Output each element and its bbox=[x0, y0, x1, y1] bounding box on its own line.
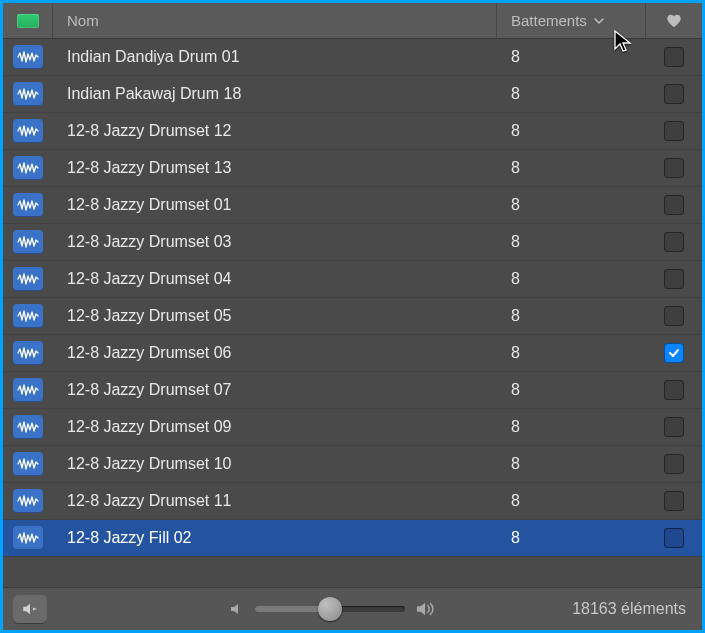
audio-loop-icon[interactable] bbox=[13, 304, 43, 328]
header-view-toggle[interactable] bbox=[3, 3, 53, 38]
table-row[interactable]: 12-8 Jazzy Drumset 078 bbox=[3, 372, 702, 409]
favorite-checkbox[interactable] bbox=[664, 195, 684, 215]
row-type-icon-cell bbox=[3, 230, 53, 254]
volume-low-icon bbox=[229, 601, 245, 617]
row-favorite-cell bbox=[646, 195, 702, 215]
favorite-checkbox[interactable] bbox=[664, 47, 684, 67]
favorite-checkbox[interactable] bbox=[664, 491, 684, 511]
column-header-beats[interactable]: Battements bbox=[497, 3, 646, 38]
row-type-icon-cell bbox=[3, 526, 53, 550]
favorite-checkbox[interactable] bbox=[664, 380, 684, 400]
audio-loop-icon[interactable] bbox=[13, 526, 43, 550]
row-favorite-cell bbox=[646, 84, 702, 104]
audio-loop-icon[interactable] bbox=[13, 415, 43, 439]
row-type-icon-cell bbox=[3, 304, 53, 328]
audio-loop-icon[interactable] bbox=[13, 119, 43, 143]
row-type-icon-cell bbox=[3, 267, 53, 291]
row-name: 12-8 Jazzy Drumset 05 bbox=[53, 307, 497, 325]
column-header-beats-label: Battements bbox=[511, 12, 587, 29]
favorite-checkbox[interactable] bbox=[664, 306, 684, 326]
audio-loop-icon[interactable] bbox=[13, 82, 43, 106]
row-beats: 8 bbox=[497, 233, 646, 251]
row-favorite-cell bbox=[646, 491, 702, 511]
column-header-favorite[interactable] bbox=[646, 3, 702, 38]
favorite-checkbox[interactable] bbox=[664, 84, 684, 104]
row-name: 12-8 Jazzy Drumset 13 bbox=[53, 159, 497, 177]
table-row[interactable]: 12-8 Jazzy Drumset 128 bbox=[3, 113, 702, 150]
audio-loop-icon[interactable] bbox=[13, 341, 43, 365]
table-row[interactable]: Indian Dandiya Drum 018 bbox=[3, 39, 702, 76]
audio-loop-icon[interactable] bbox=[13, 267, 43, 291]
chevron-down-icon bbox=[593, 15, 605, 27]
audio-loop-icon[interactable] bbox=[13, 378, 43, 402]
table-row[interactable]: Indian Pakawaj Drum 188 bbox=[3, 76, 702, 113]
row-type-icon-cell bbox=[3, 415, 53, 439]
row-name: 12-8 Jazzy Drumset 03 bbox=[53, 233, 497, 251]
volume-slider[interactable] bbox=[255, 606, 405, 612]
view-toggle-icon bbox=[17, 14, 39, 28]
table-row[interactable]: 12-8 Jazzy Drumset 058 bbox=[3, 298, 702, 335]
table-row[interactable]: 12-8 Jazzy Drumset 048 bbox=[3, 261, 702, 298]
row-favorite-cell bbox=[646, 232, 702, 252]
row-name: 12-8 Jazzy Fill 02 bbox=[53, 529, 497, 547]
audio-loop-icon[interactable] bbox=[13, 489, 43, 513]
favorite-checkbox[interactable] bbox=[664, 121, 684, 141]
row-type-icon-cell bbox=[3, 193, 53, 217]
row-type-icon-cell bbox=[3, 452, 53, 476]
loop-list: Indian Dandiya Drum 018Indian Pakawaj Dr… bbox=[3, 39, 702, 587]
audio-loop-icon[interactable] bbox=[13, 45, 43, 69]
row-favorite-cell bbox=[646, 158, 702, 178]
row-type-icon-cell bbox=[3, 156, 53, 180]
row-name: 12-8 Jazzy Drumset 10 bbox=[53, 455, 497, 473]
table-row[interactable]: 12-8 Jazzy Drumset 118 bbox=[3, 483, 702, 520]
column-header-name[interactable]: Nom bbox=[53, 3, 497, 38]
table-row[interactable]: 12-8 Jazzy Drumset 018 bbox=[3, 187, 702, 224]
row-beats: 8 bbox=[497, 455, 646, 473]
row-beats: 8 bbox=[497, 85, 646, 103]
row-beats: 8 bbox=[497, 122, 646, 140]
row-favorite-cell bbox=[646, 454, 702, 474]
audio-loop-icon[interactable] bbox=[13, 230, 43, 254]
row-name: 12-8 Jazzy Drumset 12 bbox=[53, 122, 497, 140]
row-type-icon-cell bbox=[3, 489, 53, 513]
row-beats: 8 bbox=[497, 529, 646, 547]
row-name: 12-8 Jazzy Drumset 09 bbox=[53, 418, 497, 436]
volume-high-icon bbox=[415, 600, 437, 618]
row-type-icon-cell bbox=[3, 119, 53, 143]
audio-loop-icon[interactable] bbox=[13, 193, 43, 217]
row-name: 12-8 Jazzy Drumset 04 bbox=[53, 270, 497, 288]
favorite-checkbox[interactable] bbox=[664, 528, 684, 548]
row-type-icon-cell bbox=[3, 45, 53, 69]
favorite-checkbox[interactable] bbox=[664, 454, 684, 474]
row-name: 12-8 Jazzy Drumset 01 bbox=[53, 196, 497, 214]
row-name: 12-8 Jazzy Drumset 11 bbox=[53, 492, 497, 510]
row-type-icon-cell bbox=[3, 82, 53, 106]
row-favorite-cell bbox=[646, 306, 702, 326]
table-row[interactable]: 12-8 Jazzy Fill 028 bbox=[3, 520, 702, 557]
table-row[interactable]: 12-8 Jazzy Drumset 098 bbox=[3, 409, 702, 446]
favorite-checkbox[interactable] bbox=[664, 158, 684, 178]
row-beats: 8 bbox=[497, 418, 646, 436]
table-row[interactable]: 12-8 Jazzy Drumset 068 bbox=[3, 335, 702, 372]
volume-slider-knob[interactable] bbox=[318, 597, 342, 621]
row-favorite-cell bbox=[646, 121, 702, 141]
table-row[interactable]: 12-8 Jazzy Drumset 138 bbox=[3, 150, 702, 187]
row-beats: 8 bbox=[497, 344, 646, 362]
footer-bar: 18163 éléments bbox=[3, 587, 702, 630]
favorite-checkbox[interactable] bbox=[664, 343, 684, 363]
table-row[interactable]: 12-8 Jazzy Drumset 038 bbox=[3, 224, 702, 261]
row-beats: 8 bbox=[497, 270, 646, 288]
row-favorite-cell bbox=[646, 269, 702, 289]
table-row[interactable]: 12-8 Jazzy Drumset 108 bbox=[3, 446, 702, 483]
row-beats: 8 bbox=[497, 159, 646, 177]
audio-loop-icon[interactable] bbox=[13, 156, 43, 180]
favorite-checkbox[interactable] bbox=[664, 417, 684, 437]
preview-play-button[interactable] bbox=[13, 595, 47, 623]
row-favorite-cell bbox=[646, 380, 702, 400]
favorite-checkbox[interactable] bbox=[664, 269, 684, 289]
audio-loop-icon[interactable] bbox=[13, 452, 43, 476]
row-favorite-cell bbox=[646, 528, 702, 548]
row-beats: 8 bbox=[497, 48, 646, 66]
row-beats: 8 bbox=[497, 307, 646, 325]
favorite-checkbox[interactable] bbox=[664, 232, 684, 252]
